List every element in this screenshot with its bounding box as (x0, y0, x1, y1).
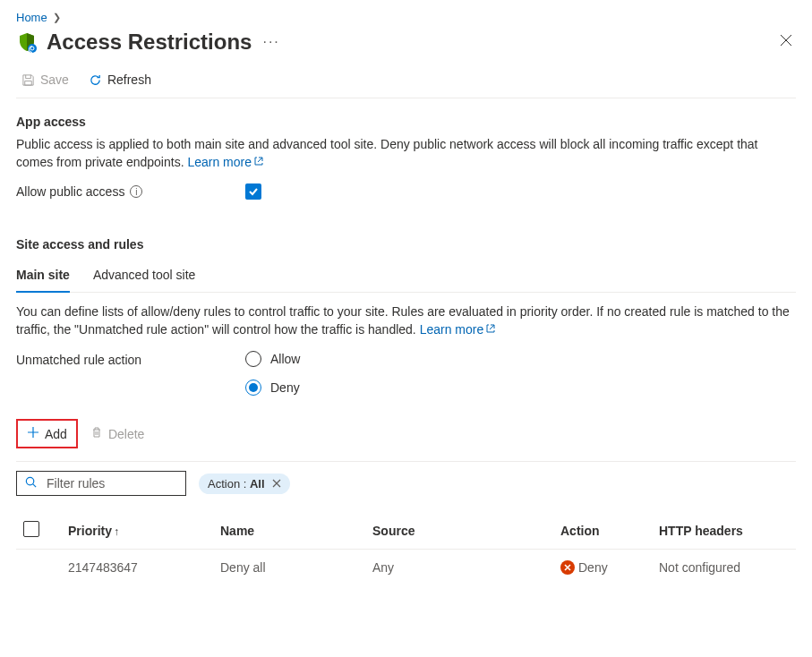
table-row[interactable]: 2147483647 Deny all Any Deny Not configu… (16, 550, 796, 586)
col-http-headers[interactable]: HTTP headers (652, 512, 796, 550)
filter-input-container[interactable] (16, 471, 186, 496)
breadcrumb-home[interactable]: Home (16, 11, 47, 24)
save-button: Save (18, 71, 73, 89)
add-button-highlight: Add (16, 419, 78, 448)
tab-advanced-tool-site[interactable]: Advanced tool site (93, 260, 195, 292)
command-bar: Save Refresh (16, 67, 796, 98)
allow-public-access-label: Allow public access i (16, 184, 245, 199)
unmatched-rule-action-label: Unmatched rule action (16, 351, 245, 367)
radio-allow[interactable]: Allow (245, 351, 300, 367)
info-icon[interactable]: i (130, 185, 142, 198)
chevron-right-icon: ❯ (53, 12, 61, 23)
svg-point-1 (26, 478, 33, 485)
filter-pill-action[interactable]: Action : All (199, 474, 290, 494)
shield-icon (16, 31, 38, 53)
site-tabs: Main site Advanced tool site (16, 260, 796, 293)
col-priority[interactable]: Priority↑ (61, 512, 213, 550)
add-button[interactable]: Add (18, 421, 76, 447)
allow-public-access-checkbox[interactable] (245, 183, 261, 200)
col-name[interactable]: Name (213, 512, 365, 550)
trash-icon (90, 426, 103, 441)
rules-table: Priority↑ Name Source Action HTTP header… (16, 512, 796, 585)
site-access-heading: Site access and rules (16, 237, 796, 252)
close-button[interactable] (776, 30, 796, 54)
breadcrumb: Home ❯ (16, 11, 796, 24)
deny-status-icon (560, 560, 575, 575)
radio-deny[interactable]: Deny (245, 380, 300, 396)
external-link-icon (485, 321, 496, 339)
external-link-icon (253, 154, 264, 172)
refresh-button[interactable]: Refresh (85, 71, 155, 89)
tab-main-site[interactable]: Main site (16, 260, 70, 293)
select-all-checkbox[interactable] (23, 521, 39, 537)
app-access-heading: App access (16, 115, 796, 129)
site-access-description: You can define lists of allow/deny rules… (16, 303, 796, 338)
search-icon (24, 475, 38, 491)
app-access-description: Public access is applied to both main si… (16, 136, 796, 171)
refresh-icon (89, 73, 102, 87)
delete-button: Delete (90, 426, 144, 441)
more-icon[interactable]: ··· (262, 34, 279, 50)
remove-filter-icon[interactable] (272, 477, 281, 491)
sort-asc-icon: ↑ (114, 525, 119, 538)
save-icon (21, 73, 35, 87)
page-title: Access Restrictions (47, 30, 252, 55)
learn-more-link[interactable]: Learn more (187, 155, 264, 169)
learn-more-link-2[interactable]: Learn more (420, 322, 497, 337)
col-action[interactable]: Action (553, 512, 652, 550)
filter-input[interactable] (45, 475, 205, 491)
plus-icon (27, 426, 39, 441)
col-source[interactable]: Source (365, 512, 553, 550)
